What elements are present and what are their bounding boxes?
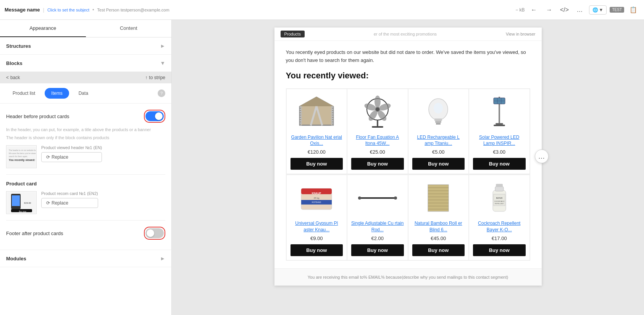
header-toggle-row: Header before product cards xyxy=(6,110,165,123)
svg-rect-27 xyxy=(377,120,378,127)
replace-icon: ⟳ xyxy=(46,154,50,160)
footer-toggle[interactable] xyxy=(145,228,164,238)
buy-button-4[interactable]: Buy now xyxy=(291,244,343,256)
svg-rect-7 xyxy=(12,195,20,206)
structures-header[interactable]: Structures ► xyxy=(0,37,171,54)
product-img-6 xyxy=(415,179,461,217)
product-price-5: €2.00 xyxy=(371,235,384,241)
modules-arrow: ► xyxy=(160,255,165,261)
sub-tabs-row: Product list Items Data ? xyxy=(0,83,171,104)
click-subject[interactable]: Click to set the subject xyxy=(47,8,89,12)
product-link-0[interactable]: Garden Pavilion Nat erial Oxis... xyxy=(291,134,343,147)
tab-content[interactable]: Content xyxy=(86,20,172,37)
buy-button-0[interactable]: Buy now xyxy=(291,158,343,170)
buy-button-7[interactable]: Buy now xyxy=(473,244,526,256)
buy-button-3[interactable]: Buy now xyxy=(473,158,526,170)
view-in-browser[interactable]: View in browser xyxy=(506,32,535,36)
blocks-header[interactable]: Blocks ▼ xyxy=(0,55,171,71)
product-card-title: Product card xyxy=(6,181,165,187)
hint-text-1: In the header, you can put, for example,… xyxy=(6,127,165,133)
redo-button[interactable]: → xyxy=(543,4,555,16)
svg-point-48 xyxy=(358,196,361,200)
svg-rect-40 xyxy=(494,125,505,126)
code-button[interactable]: </> xyxy=(558,4,571,16)
help-icon[interactable]: ? xyxy=(158,89,165,97)
divider-2 xyxy=(6,220,165,221)
svg-text:We save the items you've viewe: We save the items you've viewed, so you … xyxy=(9,152,36,154)
email-container: Products er of the most exciting promoti… xyxy=(274,28,542,286)
up-arrow-icon: ↑ xyxy=(145,75,147,80)
buy-button-2[interactable]: Buy now xyxy=(412,158,465,170)
product-link-3[interactable]: Solar Powered LED Lamp INSPIR... xyxy=(473,134,526,147)
divider-1 xyxy=(6,174,165,175)
toolbar-right: − kB ← → </> … 🌐 ▼ TEST 📋 xyxy=(515,4,639,16)
expand-dot-button[interactable]: … xyxy=(535,149,549,163)
sidebar: Appearance Content Structures ► Blocks ▼… xyxy=(0,20,172,315)
product-price-0: €120.00 xyxy=(308,149,326,155)
product-link-5[interactable]: Single Adjustable Cu rtain Rod... xyxy=(351,220,404,233)
tab-appearance[interactable]: Appearance xyxy=(0,20,86,37)
to-stripe-button[interactable]: ↑ to stripe xyxy=(145,75,165,80)
product-price-7: €17.00 xyxy=(492,235,507,241)
modules-section: Modules ► xyxy=(0,250,171,267)
email-wrapper: Products er of the most exciting promoti… xyxy=(274,28,542,286)
copy-button[interactable]: 📋 xyxy=(627,4,639,16)
product-card-preview: Buy now €29.00 xyxy=(6,191,37,214)
footer-toggle-knob xyxy=(147,229,154,237)
buy-button-5[interactable]: Buy now xyxy=(351,244,404,256)
svg-marker-12 xyxy=(299,97,334,106)
svg-rect-50 xyxy=(428,185,449,211)
product-link-6[interactable]: Natural Bamboo Roll er Blind 6... xyxy=(412,220,465,233)
product-link-2[interactable]: LED Rechargeable L amp Titaniu... xyxy=(412,134,465,147)
buy-button-6[interactable]: Buy now xyxy=(412,244,465,256)
product-price-4: €9.00 xyxy=(310,235,323,241)
header-toggle[interactable] xyxy=(145,111,164,121)
svg-rect-47 xyxy=(358,197,397,199)
svg-text:ROTBAND: ROTBAND xyxy=(312,201,321,203)
sub-tab-data[interactable]: Data xyxy=(72,88,95,99)
blocks-arrow: ▼ xyxy=(160,60,165,66)
product-link-4[interactable]: Universal Gypsum Pl aster Knau... xyxy=(291,220,343,233)
replace-header-button[interactable]: ⟳ Replace xyxy=(41,152,102,162)
svg-text:search for them again.: search for them again. xyxy=(9,155,28,158)
product-cell-3: Solar Powered LED Lamp INSPIR... €3.00 B… xyxy=(469,89,530,174)
structures-arrow: ► xyxy=(160,43,165,49)
lamp-svg xyxy=(478,95,520,129)
modules-header[interactable]: Modules ► xyxy=(0,250,171,267)
more-button[interactable]: … xyxy=(574,4,586,16)
message-info: Message name | Click to set the subject … xyxy=(5,7,169,13)
footer-toggle-wrap xyxy=(144,227,165,240)
svg-point-22 xyxy=(374,96,381,108)
email-preview-area: Products er of the most exciting promoti… xyxy=(172,20,644,315)
product-cell-5: Single Adjustable Cu rtain Rod... €2.00 … xyxy=(347,175,408,260)
sub-tab-product-list[interactable]: Product list xyxy=(6,88,42,99)
product-cell-4: KNAUF 25 kg ROTBAND Universal Gypsum Pl … xyxy=(286,175,347,260)
back-button[interactable]: < back xyxy=(6,75,20,80)
replace-card-button[interactable]: ⟳ Replace xyxy=(41,198,98,208)
product-cell-1: Floor Fan Equation A ltona 45W... €25.00… xyxy=(347,89,408,174)
undo-button[interactable]: ← xyxy=(528,4,540,16)
blocks-section: Blocks ▼ xyxy=(0,55,171,72)
pavilion-svg xyxy=(295,95,337,129)
product-recom-card: Buy now €29.00 Product recom card №1 (EN… xyxy=(6,191,165,214)
product-img-5 xyxy=(355,179,400,217)
products-badge: Products xyxy=(281,31,305,37)
buy-button-1[interactable]: Buy now xyxy=(351,158,404,170)
product-price-3: €3.00 xyxy=(493,149,505,155)
svg-text:BAYER: BAYER xyxy=(496,197,502,199)
rod-svg xyxy=(357,181,399,215)
product-header-label: Product viewed header №1 (EN) xyxy=(41,145,102,150)
sub-tab-items[interactable]: Items xyxy=(45,88,69,99)
structures-label: Structures xyxy=(6,43,31,49)
product-link-1[interactable]: Floor Fan Equation A ltona 45W... xyxy=(351,134,404,147)
blind-svg xyxy=(417,181,459,215)
product-cell-0: Garden Pavilion Nat erial Oxis... €120.0… xyxy=(286,89,347,174)
language-button[interactable]: 🌐 ▼ xyxy=(589,5,607,15)
globe-icon: 🌐 xyxy=(592,7,598,13)
svg-rect-60 xyxy=(495,187,504,191)
back-chevron-icon: < xyxy=(6,75,9,80)
svg-rect-32 xyxy=(436,123,441,125)
svg-text:€29.00: €29.00 xyxy=(24,202,31,204)
product-link-7[interactable]: Cockroach Repellent Bayer K-O... xyxy=(473,220,526,233)
card-preview-image: The header is on our website but did not… xyxy=(6,145,37,168)
